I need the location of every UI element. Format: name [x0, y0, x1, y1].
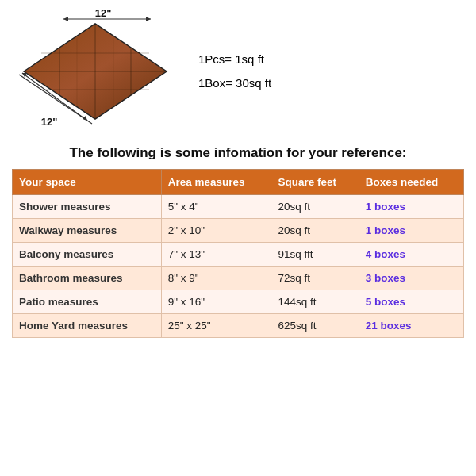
- headline: The following is some infomation for you…: [0, 139, 476, 169]
- table-row: Patio measures9" x 16"144sq ft5 boxes: [13, 290, 464, 314]
- cell-area: 25" x 25": [161, 314, 271, 338]
- table-row: Shower measures5" x 4"20sq ft1 boxes: [13, 195, 464, 219]
- table-row: Balcony measures7" x 13"91sq fft4 boxes: [13, 243, 464, 267]
- cell-area: 2" x 10": [161, 219, 271, 243]
- svg-marker-14: [146, 17, 151, 21]
- svg-marker-13: [63, 17, 68, 21]
- svg-text:12": 12": [41, 116, 58, 128]
- svg-text:12": 12": [95, 8, 112, 19]
- table-wrap: Your space Area measures Square feet Box…: [0, 169, 476, 338]
- cell-space: Balcony measures: [13, 243, 162, 267]
- cell-boxes: 5 boxes: [359, 290, 463, 314]
- cell-boxes: 4 boxes: [359, 243, 463, 267]
- top-section: 12" 12" 1Pcs= 1sq ft 1Box= 30sq ft: [0, 0, 476, 139]
- cell-space: Bathroom measures: [13, 267, 162, 290]
- col-header-sqft: Square feet: [271, 170, 359, 195]
- reference-table: Your space Area measures Square feet Box…: [12, 169, 464, 338]
- cell-boxes: 1 boxes: [359, 195, 463, 219]
- cell-area: 9" x 16": [161, 290, 271, 314]
- table-row: Bathroom measures8" x 9"72sq ft3 boxes: [13, 267, 464, 290]
- col-header-space: Your space: [13, 170, 162, 195]
- cell-area: 7" x 13": [161, 243, 271, 267]
- info-line2: 1Box= 30sq ft: [198, 71, 271, 95]
- col-header-boxes: Boxes needed: [359, 170, 463, 195]
- info-line1: 1Pcs= 1sq ft: [198, 48, 271, 71]
- table-row: Home Yard measures25" x 25"625sq ft21 bo…: [13, 314, 464, 338]
- cell-space: Home Yard measures: [13, 314, 162, 338]
- cell-sqft: 20sq ft: [271, 219, 359, 243]
- tile-image: 12" 12": [16, 8, 175, 135]
- cell-space: Shower measures: [13, 195, 162, 219]
- table-row: Walkway measures2" x 10"20sq ft1 boxes: [13, 219, 464, 243]
- cell-sqft: 91sq fft: [271, 243, 359, 267]
- product-info: 1Pcs= 1sq ft 1Box= 30sq ft: [198, 48, 271, 95]
- cell-sqft: 144sq ft: [271, 290, 359, 314]
- cell-space: Patio measures: [13, 290, 162, 314]
- cell-sqft: 20sq ft: [271, 195, 359, 219]
- cell-boxes: 1 boxes: [359, 219, 463, 243]
- cell-sqft: 625sq ft: [271, 314, 359, 338]
- cell-boxes: 3 boxes: [359, 267, 463, 290]
- cell-area: 8" x 9": [161, 267, 271, 290]
- cell-space: Walkway measures: [13, 219, 162, 243]
- col-header-area: Area measures: [161, 170, 271, 195]
- cell-area: 5" x 4": [161, 195, 271, 219]
- cell-boxes: 21 boxes: [359, 314, 463, 338]
- cell-sqft: 72sq ft: [271, 267, 359, 290]
